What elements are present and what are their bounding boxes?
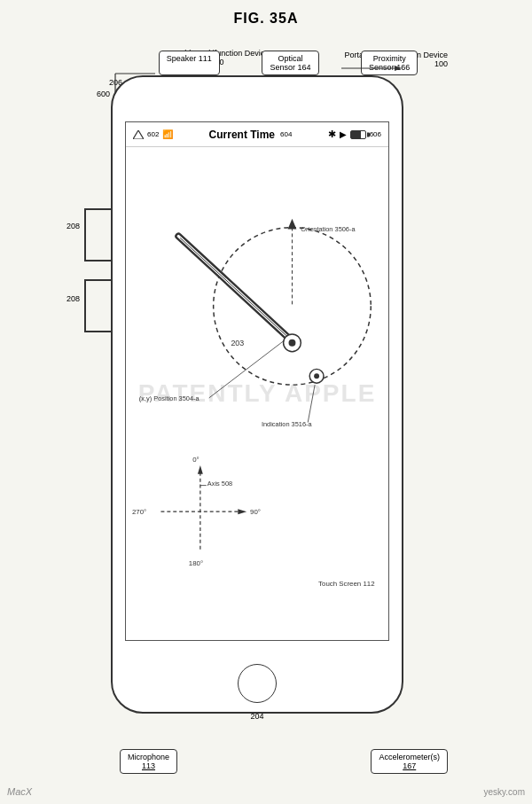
play-icon: ▶	[340, 129, 347, 139]
indication-label-text: Indication 3516-a	[262, 420, 313, 428]
proximity-sensor-box: ProximitySensor 166	[361, 51, 418, 75]
battery-icon	[350, 130, 366, 139]
top-components: Speaker 111 OpticalSensor 164 ProximityS…	[137, 51, 439, 75]
bluetooth-icon: ✱	[328, 129, 336, 140]
device-area: 206 Portable Multifunction Device 100 Po…	[66, 49, 457, 776]
svg-text:270°: 270°	[132, 508, 146, 516]
side-bracket-bottom	[84, 279, 111, 332]
current-time-number: 604	[280, 130, 292, 138]
axis-diagram: 0° 90° 180° 270° Axis 508	[132, 456, 261, 567]
battery-label: 606	[370, 130, 381, 138]
position-label-text: (x,y) Position 3504-a	[139, 394, 200, 402]
brand-yesky: yesky.com	[484, 787, 526, 797]
phone-outline: 600 602 📶 Current Time	[111, 75, 403, 714]
signal-icon	[133, 130, 144, 139]
screen-content: PATENTLY APPLE	[126, 147, 388, 640]
label-203-text: 203	[231, 339, 244, 347]
svg-text:180°: 180°	[189, 559, 203, 567]
status-bar: 602 📶 Current Time 604 ✱ ▶	[126, 122, 388, 147]
status-center: Current Time 604	[209, 129, 293, 141]
orientation-arrow	[288, 219, 297, 230]
screen-inner: 602 📶 Current Time 604 ✱ ▶	[125, 121, 389, 641]
touchscreen-label-text: Touch Screen 112	[318, 580, 374, 588]
stylus-tip-inner	[289, 340, 296, 347]
label-204: 204	[250, 712, 263, 721]
main-diagram: 203 Orientation 3506-a (x,y) Position 35…	[126, 147, 388, 640]
svg-marker-7	[198, 465, 203, 474]
wifi-icon: 📶	[162, 129, 173, 139]
svg-text:Axis 508: Axis 508	[207, 480, 232, 488]
label-208-bot: 208	[66, 294, 80, 303]
home-button[interactable]	[238, 664, 277, 703]
signal-label: 602	[147, 130, 159, 138]
indication-arrow-line	[308, 385, 315, 422]
svg-marker-4	[133, 130, 144, 139]
svg-text:0°: 0°	[192, 456, 200, 464]
current-time-label: Current Time	[209, 129, 275, 141]
stylus-edge	[180, 238, 290, 339]
orientation-arc	[214, 228, 372, 386]
label-208-top: 208	[66, 222, 80, 230]
status-right: ✱ ▶ 606	[328, 129, 381, 140]
side-bracket-top	[84, 208, 111, 261]
fig-title: FIG. 35A	[0, 0, 532, 27]
label-600: 600	[97, 90, 110, 98]
svg-text:90°: 90°	[250, 508, 261, 516]
speaker-box: Speaker 111	[159, 51, 220, 75]
accelerometer-box: Accelerometer(s)167	[371, 749, 448, 774]
bottom-components: Microphone113 Accelerometer(s)167	[120, 749, 448, 774]
microphone-box: Microphone113	[120, 749, 177, 774]
optical-sensor-box: OpticalSensor 164	[262, 51, 318, 75]
position-arrow-line	[209, 341, 284, 398]
brand-macx: MacX	[7, 786, 32, 797]
svg-marker-8	[238, 509, 246, 514]
status-left: 602 📶	[133, 129, 173, 139]
indication-circle-inner	[314, 373, 319, 379]
orientation-label-text: Orientation 3506-a	[301, 225, 356, 233]
page: FIG. 35A 206 Portable Multifunction Devi…	[0, 0, 532, 804]
